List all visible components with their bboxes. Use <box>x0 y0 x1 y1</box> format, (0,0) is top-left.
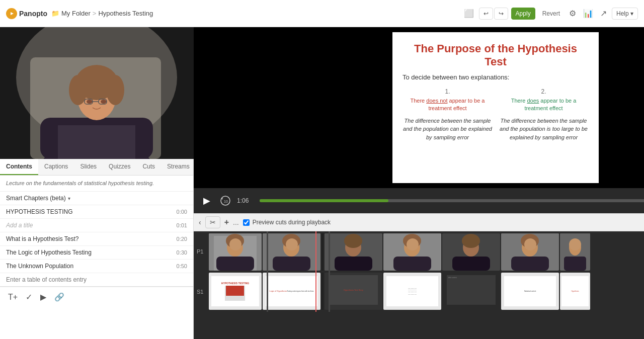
svg-point-26 <box>282 234 300 248</box>
tab-slides[interactable]: Slides <box>74 159 103 175</box>
slide-title: The Purpose of the Hypothesis Test <box>403 42 589 68</box>
track-s1-label: S1 <box>194 272 206 312</box>
slide-thumb-7[interactable]: Hypothesis <box>560 273 590 310</box>
svg-point-30 <box>344 234 362 248</box>
toc-time-add: 0:01 <box>172 222 187 228</box>
video-preview <box>0 27 194 159</box>
svg-rect-39 <box>452 257 490 271</box>
tab-captions[interactable]: Captions <box>38 159 74 175</box>
svg-rect-23 <box>216 257 254 271</box>
slide-thumb-6[interactable]: Statistical content <box>501 273 559 310</box>
back-nav-button[interactable]: ‹ <box>199 218 201 226</box>
smart-chapters-label: Smart Chapters (beta) <box>6 195 66 202</box>
link-btn[interactable]: 🔗 <box>52 291 66 303</box>
toc-input[interactable] <box>0 273 193 287</box>
person-thumb-7[interactable] <box>560 233 590 271</box>
slide-col1-heading: There does not appear to be a treatment … <box>403 97 493 113</box>
toc-title-add: Add a title <box>6 222 172 229</box>
toc-entry-1[interactable]: What is a Hypothesis Test? 0:20 <box>0 232 193 246</box>
svg-point-45 <box>569 239 581 256</box>
apply-button[interactable]: Apply <box>511 8 535 20</box>
svg-rect-31 <box>335 257 372 271</box>
slide-col1-body: The difference between the sample and th… <box>403 117 493 142</box>
person-thumb-6[interactable] <box>501 233 559 271</box>
slide-col-2: 2. There does appear to be a treatment e… <box>499 88 589 141</box>
tab-cuts[interactable]: Cuts <box>136 159 161 175</box>
svg-point-38 <box>462 234 480 248</box>
help-button[interactable]: Help ▾ <box>612 8 638 20</box>
slide-col1-num: 1. <box>403 88 493 95</box>
play-button[interactable]: ▶ <box>200 194 214 208</box>
right-panel: The Purpose of the Hypothesis Test To de… <box>194 27 644 339</box>
current-time: 1:06 <box>237 197 255 204</box>
tab-contents[interactable]: Contents <box>0 159 38 175</box>
toc-entry-3[interactable]: The Unknown Population 0:50 <box>0 260 193 273</box>
slide-thumb-4[interactable]: ── ─── ── ── ─── ── ── ─── ── <box>383 273 441 310</box>
back-10-button[interactable]: 10 <box>219 194 232 207</box>
media-btn[interactable]: ▶ <box>38 291 48 303</box>
slide-col2-heading: There does appear to be a treatment effe… <box>499 97 589 113</box>
slide-content: The Purpose of the Hypothesis Test To de… <box>392 32 599 183</box>
breadcrumb-folder[interactable]: My Folder <box>61 10 91 17</box>
slide-columns: 1. There does not appear to be a treatme… <box>403 88 589 141</box>
breadcrumb: 📁 My Folder > Hypothesis Testing <box>51 10 153 17</box>
add-button[interactable]: + <box>224 218 229 227</box>
toc-entry-add[interactable]: Add a title 0:01 <box>0 219 193 232</box>
progress-bar[interactable] <box>260 199 644 202</box>
toc-time-2: 0:30 <box>172 249 187 256</box>
slide-track: HYPOTHESIS TESTING Logic of Hypothesis T… <box>209 273 590 310</box>
redo-button[interactable]: ↪ <box>494 8 508 20</box>
slide-col2-num: 2. <box>499 88 589 95</box>
format-text-btn[interactable]: T+ <box>6 291 20 303</box>
cut-gap-1 <box>321 233 324 271</box>
toc-entry-2[interactable]: The Logic of Hypothesis Testing 0:30 <box>0 246 193 260</box>
slide-thumb-2[interactable]: Logic of Hypothesis Testing content goes… <box>263 273 320 310</box>
toc-title-1: What is a Hypothesis Test? <box>6 235 172 242</box>
slide-thumb-5[interactable]: slide content <box>442 273 500 310</box>
top-bar: Panopto 📁 My Folder > Hypothesis Testing… <box>0 0 644 27</box>
svg-point-11 <box>87 100 93 104</box>
svg-point-22 <box>226 234 244 248</box>
svg-rect-27 <box>273 257 310 271</box>
screen-icon-btn[interactable]: ⬜ <box>462 7 476 20</box>
stats-icon-btn[interactable]: 📊 <box>581 7 595 20</box>
toc-toolbar: T+ ✓ ▶ 🔗 <box>0 287 193 307</box>
timeline[interactable]: P1 S1 <box>194 231 644 339</box>
person-thumb-3[interactable] <box>325 233 382 271</box>
svg-text:10: 10 <box>224 200 228 203</box>
person-thumb-5[interactable] <box>442 233 500 271</box>
svg-point-12 <box>101 100 107 104</box>
person-track <box>209 233 590 271</box>
person-thumb-4[interactable] <box>383 233 441 271</box>
contents-tabs: Contents Captions Slides Quizzes Cuts St… <box>0 159 193 176</box>
settings-icon-btn[interactable]: ⚙ <box>567 7 578 20</box>
tab-quizzes[interactable]: Quizzes <box>103 159 136 175</box>
export-icon-btn[interactable]: ↗ <box>598 7 609 20</box>
edit-more-button[interactable]: ... <box>233 218 239 226</box>
preview-cuts-label: Preview cuts during playback <box>243 219 331 226</box>
scissors-button[interactable]: ✂ <box>205 216 220 228</box>
slide-cut-gap-1 <box>321 273 324 310</box>
slide-thumb-1[interactable]: HYPOTHESIS TESTING <box>209 273 262 310</box>
slide-view: The Purpose of the Hypothesis Test To de… <box>194 27 644 188</box>
app-logo: Panopto <box>6 8 47 19</box>
person-thumb-2[interactable] <box>263 233 320 271</box>
svg-point-42 <box>521 234 539 248</box>
preview-cuts-checkbox[interactable] <box>243 219 250 226</box>
slide-thumb-3[interactable]: Hypothesis Test Story <box>325 273 382 310</box>
breadcrumb-file: Hypothesis Testing <box>98 10 153 17</box>
track-p1-label: P1 <box>194 231 206 272</box>
svg-rect-35 <box>393 257 431 271</box>
undo-redo-group: ↩ ↪ <box>479 8 508 20</box>
person-thumb-1[interactable] <box>209 233 262 271</box>
undo-button[interactable]: ↩ <box>479 8 493 20</box>
tab-streams[interactable]: Streams <box>161 159 196 175</box>
playback-bar: ▶ 10 1:06 -2:10 🔊 ⬛ 1x Speed ··· <box>194 188 644 213</box>
toc-time-1: 0:20 <box>172 236 187 242</box>
check-btn[interactable]: ✓ <box>24 291 34 303</box>
playhead <box>315 231 316 312</box>
smart-chapters-header[interactable]: Smart Chapters (beta) ▾ <box>0 192 193 205</box>
toc-entry-0[interactable]: HYPOTHESIS TESTING 0:00 <box>0 205 193 219</box>
slide-col2-body: The difference between the sample and th… <box>499 117 589 142</box>
revert-button[interactable]: Revert <box>538 8 564 19</box>
